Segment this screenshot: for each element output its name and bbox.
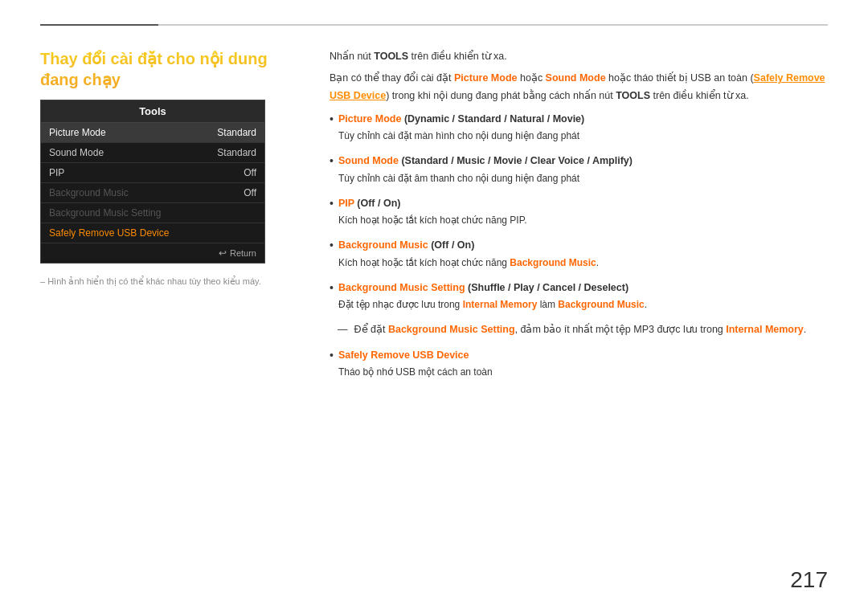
tools-bold-1: TOOLS <box>374 51 408 62</box>
menu-item-bg-music[interactable]: Background Music Off <box>41 183 264 203</box>
bullet-content-2: Sound Mode (Standard / Music / Movie / C… <box>338 153 828 187</box>
internal-memory-ref-2: Internal Memory <box>726 324 804 335</box>
menu-item-picture-mode[interactable]: Picture Mode Standard <box>41 123 264 143</box>
menu-item-pip[interactable]: PIP Off <box>41 163 264 183</box>
menu-footer: ↩ Return <box>41 243 264 263</box>
bullet-content-3: PIP (Off / On) Kích hoạt hoặc tắt kích h… <box>338 195 828 230</box>
bullet-sub-sound-mode: Tùy chỉnh cài đặt âm thanh cho nội dung … <box>338 173 579 184</box>
menu-item-sound-mode-label: Sound Mode <box>49 147 104 158</box>
bullet-dot-4: • <box>330 237 334 254</box>
menu-item-picture-mode-value: Standard <box>217 127 256 138</box>
bullet-title-pip-parens: (Off / On) <box>354 198 401 209</box>
bullet-title-safely-remove: Safely Remove USB Device <box>338 349 469 361</box>
bullet-content-5: Background Music Setting (Shuffle / Play… <box>338 280 828 314</box>
bullet-list: • Picture Mode (Dynamic / Standard / Nat… <box>330 111 828 314</box>
left-column: Thay đổi cài đặt cho nội dung đang chạy … <box>40 48 297 389</box>
menu-item-bg-music-setting-label: Background Music Setting <box>49 207 161 219</box>
dash-note-text: Để đặt Background Music Setting, đảm bảo… <box>354 321 807 338</box>
bullet-pip: • PIP (Off / On) Kích hoạt hoặc tắt kích… <box>330 195 828 230</box>
bullet-sub-bg-music-setting: Đặt tệp nhạc được lưu trong Internal Mem… <box>338 299 647 310</box>
bullet-picture-mode: • Picture Mode (Dynamic / Standard / Nat… <box>330 111 828 145</box>
bullet-content-1: Picture Mode (Dynamic / Standard / Natur… <box>338 111 828 145</box>
menu-item-bg-music-setting[interactable]: Background Music Setting <box>41 203 264 223</box>
footnote: – Hình ảnh hiển thị có thể khác nhau tùy… <box>40 276 297 287</box>
bg-music-setting-ref: Background Music Setting <box>388 324 515 335</box>
picture-mode-ref: Picture Mode <box>454 72 518 84</box>
bullet-safely-remove: • Safely Remove USB Device Tháo bộ nhớ U… <box>330 347 828 382</box>
return-icon: ↩ <box>219 247 227 259</box>
bullet-dot-5: • <box>330 280 334 296</box>
bg-music-bold-ref: Background Music <box>510 257 596 268</box>
bullet-content-6: Safely Remove USB Device Tháo bộ nhớ USB… <box>338 347 828 382</box>
bullet-sub-picture-mode: Tùy chỉnh cài đặt màn hình cho nội dung … <box>338 130 579 141</box>
tools-bold-2: TOOLS <box>616 90 650 101</box>
bullet-title-picture-mode: Picture Mode <box>338 113 402 125</box>
bullet-dot-3: • <box>330 195 334 212</box>
menu-item-pip-value: Off <box>244 167 256 178</box>
bullet-content-4: Background Music (Off / On) Kích hoạt ho… <box>338 237 828 272</box>
tools-menu: Tools Picture Mode Standard Sound Mode S… <box>40 100 265 264</box>
sound-mode-ref: Sound Mode <box>546 72 606 84</box>
menu-item-sound-mode-value: Standard <box>217 147 256 158</box>
bullet-title-bg-music-setting: Background Music Setting <box>338 282 465 293</box>
bullet-title-sound-mode: Sound Mode <box>338 155 399 166</box>
menu-item-bg-music-value: Off <box>244 187 256 198</box>
page-container: Thay đổi cài đặt cho nội dung đang chạy … <box>0 0 868 613</box>
menu-item-safely-remove[interactable]: Safely Remove USB Device <box>41 223 264 243</box>
menu-item-sound-mode[interactable]: Sound Mode Standard <box>41 143 264 163</box>
menu-item-bg-music-label: Background Music <box>49 187 129 198</box>
bullet-title-bg-music-parens: (Off / On) <box>428 239 475 251</box>
menu-item-pip-label: PIP <box>49 167 64 178</box>
bg-music-bold-ref-2: Background Music <box>558 299 644 310</box>
bullet-title-picture-mode-parens: (Dynamic / Standard / Natural / Movie) <box>401 113 584 125</box>
bullet-title-bg-music-setting-parens: (Shuffle / Play / Cancel / Deselect) <box>465 282 629 293</box>
bullet-sub-bg-music: Kích hoạt hoặc tắt kích hoạt chức năng B… <box>338 257 599 268</box>
top-line <box>40 24 828 26</box>
tools-header: Tools <box>41 100 264 123</box>
bullet-title-sound-mode-parens: (Standard / Music / Movie / Clear Voice … <box>399 155 633 166</box>
bullet-sub-safely-remove: Tháo bộ nhớ USB một cách an toàn <box>338 366 493 378</box>
bullet-dot-2: • <box>330 153 334 170</box>
internal-memory-ref-1: Internal Memory <box>463 299 538 310</box>
content-area: Thay đổi cài đặt cho nội dung đang chạy … <box>40 48 828 389</box>
intro-text-2: Bạn có thể thay đổi cài đặt Picture Mode… <box>330 70 828 104</box>
section-title: Thay đổi cài đặt cho nội dung đang chạy <box>40 48 297 90</box>
dash-symbol: — <box>338 321 348 338</box>
page-number: 217 <box>790 567 828 593</box>
bullet-title-bg-music: Background Music <box>338 239 428 251</box>
bullet-list-2: • Safely Remove USB Device Tháo bộ nhớ U… <box>330 347 828 382</box>
right-column: Nhấn nút TOOLS trên điều khiển từ xa. Bạ… <box>330 48 828 389</box>
menu-item-picture-mode-label: Picture Mode <box>49 127 106 138</box>
bullet-sub-pip: Kích hoạt hoặc tắt kích hoạt chức năng P… <box>338 215 527 226</box>
return-label: Return <box>230 248 256 258</box>
bullet-sound-mode: • Sound Mode (Standard / Music / Movie /… <box>330 153 828 187</box>
menu-item-safely-remove-label: Safely Remove USB Device <box>49 227 169 239</box>
bullet-dot-6: • <box>330 347 334 364</box>
intro-text-1: Nhấn nút TOOLS trên điều khiển từ xa. <box>330 48 828 65</box>
dash-note: — Để đặt Background Music Setting, đảm b… <box>338 321 828 338</box>
bullet-dot-1: • <box>330 111 334 128</box>
bullet-bg-music-setting: • Background Music Setting (Shuffle / Pl… <box>330 280 828 314</box>
bullet-title-pip: PIP <box>338 198 354 209</box>
bullet-bg-music: • Background Music (Off / On) Kích hoạt … <box>330 237 828 272</box>
